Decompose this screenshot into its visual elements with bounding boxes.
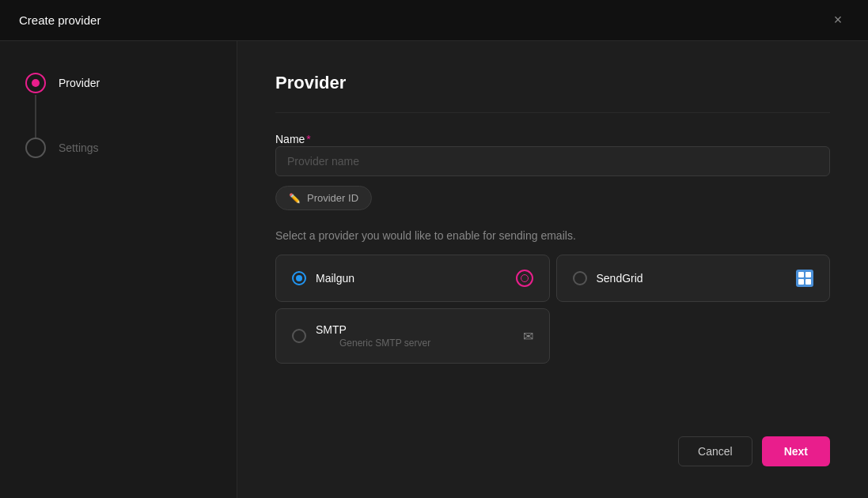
smtp-card-left: SMTP Generic SMTP server bbox=[292, 323, 430, 349]
modal-footer: Cancel Next bbox=[275, 417, 830, 466]
close-button[interactable]: × bbox=[827, 9, 849, 32]
mailgun-radio bbox=[292, 271, 306, 285]
pencil-icon: ✏️ bbox=[289, 193, 301, 204]
provider-card-mailgun[interactable]: Mailgun bbox=[275, 255, 550, 302]
step-settings[interactable]: Settings bbox=[25, 138, 211, 158]
steps-sidebar: Provider Settings bbox=[0, 41, 237, 498]
name-field-group: Name* bbox=[275, 132, 830, 176]
provider-grid: Mailgun SendGrid bbox=[275, 255, 830, 302]
cancel-button[interactable]: Cancel bbox=[678, 436, 752, 466]
modal-header: Create provider × bbox=[0, 0, 868, 41]
provider-name-input[interactable] bbox=[275, 146, 830, 176]
provider-grid-smtp: SMTP Generic SMTP server ✉ bbox=[275, 308, 830, 364]
sendgrid-card-left: SendGrid bbox=[573, 271, 643, 285]
step-provider[interactable]: Provider bbox=[25, 73, 211, 93]
mailgun-label: Mailgun bbox=[316, 272, 354, 285]
section-title: Provider bbox=[275, 73, 830, 93]
provider-id-label: Provider ID bbox=[307, 192, 358, 204]
close-icon: × bbox=[834, 12, 843, 28]
step-circle-provider bbox=[25, 73, 46, 93]
section-divider bbox=[275, 112, 830, 113]
required-asterisk: * bbox=[306, 133, 310, 145]
main-content: Provider Name* ✏️ Provider ID Select a p… bbox=[237, 41, 868, 498]
next-button[interactable]: Next bbox=[762, 436, 830, 466]
modal-title: Create provider bbox=[19, 13, 100, 27]
modal-body: Provider Settings Provider Name* ✏️ Prov… bbox=[0, 41, 868, 498]
create-provider-modal: Create provider × Provider Settings Prov… bbox=[0, 0, 868, 498]
step-label-provider: Provider bbox=[59, 77, 100, 89]
sendgrid-label: SendGrid bbox=[597, 272, 643, 285]
provider-card-sendgrid[interactable]: SendGrid bbox=[556, 255, 831, 302]
smtp-radio bbox=[292, 329, 306, 343]
smtp-label: SMTP bbox=[316, 323, 430, 336]
select-provider-text: Select a provider you would like to enab… bbox=[275, 229, 830, 242]
step-circle-settings bbox=[25, 138, 46, 158]
smtp-content: SMTP Generic SMTP server bbox=[316, 323, 430, 349]
mailgun-icon bbox=[516, 270, 533, 287]
smtp-subtitle: Generic SMTP server bbox=[339, 338, 430, 349]
mailgun-card-left: Mailgun bbox=[292, 271, 354, 285]
sendgrid-icon bbox=[796, 270, 813, 287]
name-label: Name* bbox=[275, 133, 311, 145]
sendgrid-radio bbox=[573, 271, 587, 285]
provider-card-smtp[interactable]: SMTP Generic SMTP server ✉ bbox=[275, 308, 550, 364]
step-label-settings: Settings bbox=[59, 141, 99, 154]
provider-id-button[interactable]: ✏️ Provider ID bbox=[275, 186, 372, 210]
smtp-icon: ✉ bbox=[523, 329, 533, 344]
